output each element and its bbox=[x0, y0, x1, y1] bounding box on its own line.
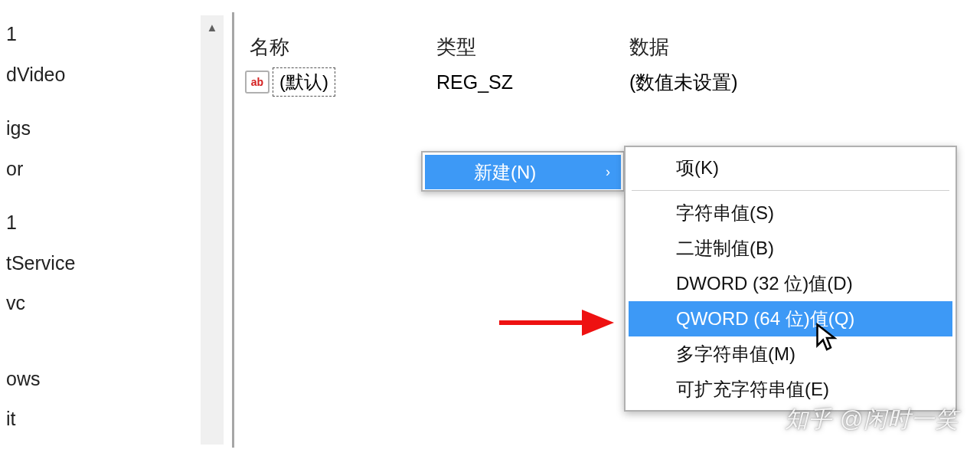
column-header-data[interactable]: 数据 bbox=[629, 34, 669, 61]
column-header-name[interactable]: 名称 bbox=[250, 34, 289, 61]
submenu-item-expandstring[interactable]: 可扩充字符串值(E) bbox=[629, 372, 952, 407]
tree-item[interactable]: 1 bbox=[6, 204, 199, 244]
chevron-right-icon: › bbox=[606, 164, 610, 180]
submenu-item-dword[interactable]: DWORD (32 位)值(D) bbox=[629, 266, 952, 301]
tree-panel: 1 dVideo igs or 1 tService vc ows it bbox=[0, 15, 199, 445]
annotation-arrow-icon bbox=[499, 307, 614, 339]
submenu-item-string[interactable]: 字符串值(S) bbox=[629, 195, 952, 231]
vertical-scrollbar[interactable]: ▲ bbox=[201, 15, 224, 445]
tree-item[interactable]: igs bbox=[6, 110, 199, 150]
menu-item-label: 新建(N) bbox=[474, 160, 536, 185]
submenu-item-qword[interactable]: QWORD (64 位)值(Q) bbox=[629, 301, 952, 336]
tree-item[interactable]: it bbox=[6, 400, 199, 441]
submenu-new: 项(K) 字符串值(S) 二进制值(B) DWORD (32 位)值(D) QW… bbox=[624, 146, 957, 412]
submenu-item-multistring[interactable]: 多字符串值(M) bbox=[629, 336, 952, 372]
submenu-item-key[interactable]: 项(K) bbox=[629, 150, 952, 185]
value-row[interactable]: ab (默认) REG_SZ (数值未设置) bbox=[245, 66, 980, 98]
value-type: REG_SZ bbox=[436, 71, 513, 94]
value-data: (数值未设置) bbox=[629, 70, 738, 95]
svg-marker-1 bbox=[582, 310, 614, 336]
scroll-up-button[interactable]: ▲ bbox=[201, 15, 224, 38]
column-header-type[interactable]: 类型 bbox=[436, 34, 476, 61]
menu-separator bbox=[632, 190, 949, 191]
reg-string-icon: ab bbox=[245, 71, 270, 94]
tree-item[interactable]: tService bbox=[6, 244, 199, 285]
pane-divider[interactable] bbox=[232, 12, 234, 448]
context-menu: 新建(N) › bbox=[421, 151, 625, 192]
tree-item[interactable]: or bbox=[6, 150, 199, 191]
tree-item[interactable]: vc bbox=[6, 284, 199, 325]
menu-item-new[interactable]: 新建(N) › bbox=[425, 155, 621, 189]
value-name[interactable]: (默认) bbox=[273, 67, 335, 97]
tree-item[interactable]: 1 bbox=[6, 15, 199, 56]
tree-item[interactable]: ows bbox=[6, 360, 199, 401]
tree-item[interactable]: dVideo bbox=[6, 56, 199, 97]
submenu-item-binary[interactable]: 二进制值(B) bbox=[629, 231, 952, 266]
